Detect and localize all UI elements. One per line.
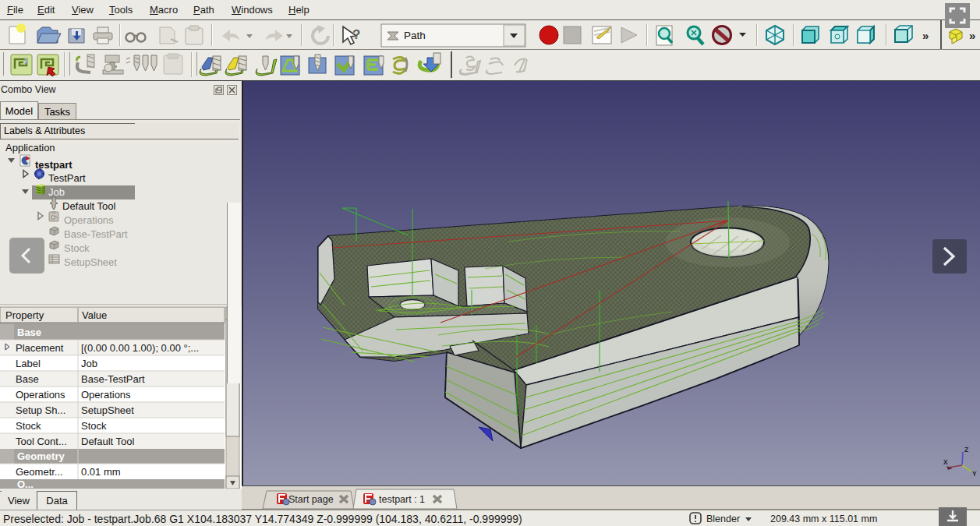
svg-text:Operations: Operations (81, 389, 131, 401)
svg-text:209.43 mm x 115.01 mm: 209.43 mm x 115.01 mm (770, 514, 877, 524)
svg-text:Operations: Operations (16, 389, 65, 401)
svg-text:Default Tool: Default Tool (81, 436, 135, 447)
svg-text:Stock: Stock (81, 420, 107, 432)
svg-text:»: » (922, 29, 929, 42)
svg-text:Z: Z (964, 446, 968, 454)
svg-text:O...: O... (17, 478, 34, 489)
svg-text:Start page: Start page (288, 494, 334, 505)
svg-text:Value: Value (82, 309, 107, 321)
svg-text:Stock: Stock (16, 420, 41, 432)
svg-text:Setup Sh...: Setup Sh... (16, 404, 65, 416)
svg-text:Y: Y (972, 470, 977, 478)
svg-text:[(0.00 0.00 1.00); 0.00 °;...: [(0.00 0.00 1.00); 0.00 °;... (81, 342, 199, 354)
svg-text:Label: Label (16, 358, 41, 369)
svg-text:?: ? (352, 27, 360, 42)
svg-text:Path: Path (404, 30, 426, 41)
svg-text:Property: Property (5, 309, 44, 321)
svg-text:0.01 mm: 0.01 mm (81, 466, 121, 478)
svg-text:»: » (969, 29, 975, 42)
svg-text:X: X (943, 458, 948, 466)
svg-text:Geometr...: Geometr... (16, 466, 63, 478)
svg-text:Blender: Blender (706, 514, 740, 524)
svg-text:Base: Base (17, 327, 41, 338)
svg-text:Placement: Placement (16, 342, 64, 354)
svg-text:Tool Cont...: Tool Cont... (16, 436, 67, 447)
svg-text:Base: Base (16, 373, 39, 385)
svg-text:SetupSheet: SetupSheet (81, 404, 134, 416)
svg-text:Geometry: Geometry (17, 450, 65, 462)
svg-text:testpart : 1: testpart : 1 (379, 494, 425, 505)
svg-text:Job: Job (81, 358, 97, 369)
svg-text:Base-TestPart: Base-TestPart (81, 373, 145, 385)
